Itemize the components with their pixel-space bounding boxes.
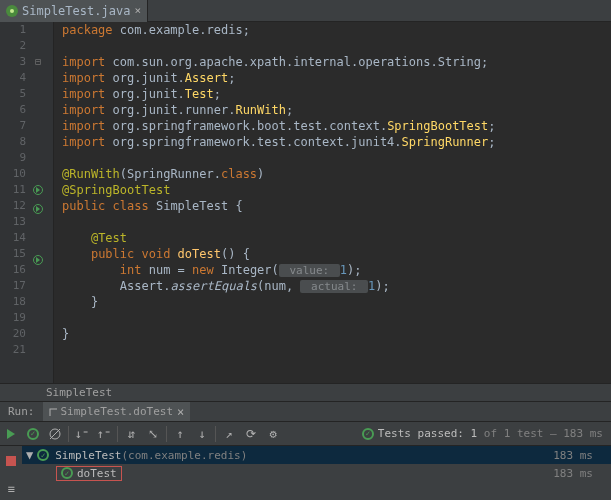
run-vertical-toolbar: ≡ bbox=[0, 446, 22, 500]
test-class-name: SimpleTest bbox=[55, 449, 121, 462]
collapse-all-button[interactable]: ⤡ bbox=[142, 423, 164, 445]
run-gutter-icon[interactable] bbox=[33, 204, 43, 214]
code-editor[interactable]: 123 456 789 101112 131415 161718 192021 … bbox=[0, 22, 611, 383]
show-passed-button[interactable] bbox=[22, 423, 44, 445]
sort-by-duration-button[interactable]: ↑⁼ bbox=[93, 423, 115, 445]
stop-button[interactable] bbox=[0, 450, 22, 472]
svg-rect-1 bbox=[50, 409, 57, 416]
run-toolwindow-body: ≡ ▼ SimpleTest (com.example.redis) 183 m… bbox=[0, 445, 611, 500]
test-tree-root-row[interactable]: ▼ SimpleTest (com.example.redis) 183 ms bbox=[22, 446, 611, 464]
editor-tabs: SimpleTest.java × bbox=[0, 0, 611, 22]
test-duration: 183 ms bbox=[553, 467, 611, 480]
fold-icon[interactable]: ⊟ bbox=[30, 54, 46, 70]
rerun-button[interactable] bbox=[0, 423, 22, 445]
gutter-icons: ⊟ bbox=[30, 22, 46, 383]
fold-gutter bbox=[46, 22, 54, 383]
settings-button[interactable]: ⚙ bbox=[262, 423, 284, 445]
close-icon[interactable]: × bbox=[134, 4, 141, 17]
run-label: Run: bbox=[0, 405, 43, 418]
check-ring-icon bbox=[37, 449, 49, 461]
test-status-text: Tests passed: 1 of 1 test – 183 ms bbox=[362, 427, 611, 440]
editor-tab-simpletest[interactable]: SimpleTest.java × bbox=[0, 0, 148, 22]
test-config-icon bbox=[49, 408, 57, 416]
run-tab-name: SimpleTest.doTest bbox=[61, 405, 174, 418]
test-method-name: doTest bbox=[77, 467, 117, 480]
run-tab[interactable]: SimpleTest.doTest × bbox=[43, 402, 191, 422]
check-ring-icon bbox=[27, 428, 39, 440]
run-gutter-icon[interactable] bbox=[33, 185, 43, 195]
export-results-button[interactable]: ↗ bbox=[218, 423, 240, 445]
java-class-icon bbox=[6, 5, 18, 17]
check-ring-icon bbox=[362, 428, 374, 440]
line-number-gutter: 123 456 789 101112 131415 161718 192021 bbox=[0, 22, 30, 383]
expand-all-button[interactable]: ⇵ bbox=[120, 423, 142, 445]
run-toolbar: ↓⁼ ↑⁼ ⇵ ⤡ ↑ ↓ ↗ ⟳ ⚙ Tests passed: 1 of 1… bbox=[0, 421, 611, 445]
play-icon bbox=[7, 429, 15, 439]
breadcrumb-class[interactable]: SimpleTest bbox=[46, 386, 112, 399]
previous-failed-button[interactable]: ↑ bbox=[169, 423, 191, 445]
next-failed-button[interactable]: ↓ bbox=[191, 423, 213, 445]
test-package-name: (com.example.redis) bbox=[121, 449, 247, 462]
sort-alphabetically-button[interactable]: ↓⁼ bbox=[71, 423, 93, 445]
highlighted-test: doTest bbox=[56, 466, 122, 481]
svg-point-0 bbox=[10, 9, 14, 13]
test-tree-child-row[interactable]: doTest 183 ms bbox=[22, 464, 611, 482]
run-gutter-icon[interactable] bbox=[33, 255, 43, 265]
code-content[interactable]: package com.example.redis; import com.su… bbox=[54, 22, 611, 383]
check-ring-icon bbox=[61, 467, 73, 479]
eye-off-icon bbox=[48, 427, 62, 441]
run-toolwindow-header: Run: SimpleTest.doTest × bbox=[0, 401, 611, 421]
chevron-down-icon[interactable]: ▼ bbox=[26, 448, 33, 462]
tab-filename: SimpleTest.java bbox=[22, 4, 130, 18]
test-duration: 183 ms bbox=[553, 449, 611, 462]
layout-button[interactable]: ≡ bbox=[0, 478, 22, 500]
test-tree[interactable]: ▼ SimpleTest (com.example.redis) 183 ms … bbox=[22, 446, 611, 500]
close-icon[interactable]: × bbox=[177, 405, 184, 419]
import-history-button[interactable]: ⟳ bbox=[240, 423, 262, 445]
breadcrumb[interactable]: SimpleTest bbox=[0, 383, 611, 401]
show-ignored-button[interactable] bbox=[44, 423, 66, 445]
stop-icon bbox=[6, 456, 16, 466]
